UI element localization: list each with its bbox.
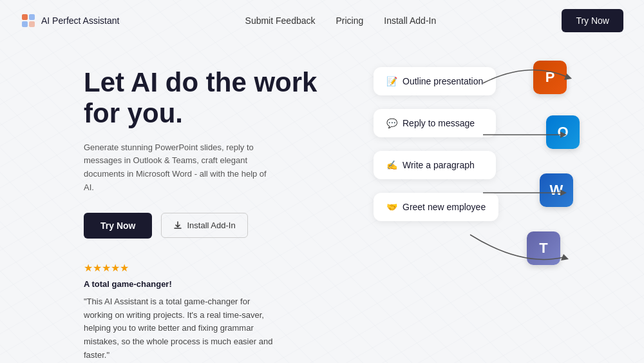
logo-icon <box>21 13 36 28</box>
svg-marker-6 <box>560 132 567 138</box>
svg-rect-2 <box>29 14 35 20</box>
review-stars: ★★★★★ <box>84 262 354 274</box>
main-content: Let AI do the work for you. Generate stu… <box>0 54 644 363</box>
nav-install-add-in[interactable]: Install Add-In <box>384 15 436 26</box>
greet-label: Greet new employee <box>402 202 486 212</box>
write-label: Write a paragraph <box>402 160 475 170</box>
outline-emoji: 📝 <box>386 76 397 86</box>
arrow-greet-to-teams <box>464 215 580 273</box>
svg-marker-5 <box>564 74 572 80</box>
install-button-label: Install Add-In <box>187 221 235 230</box>
review-text: "This AI Assistant is a total game-chang… <box>84 295 277 362</box>
nav-try-now-button[interactable]: Try Now <box>562 9 623 32</box>
svg-marker-7 <box>560 190 567 196</box>
nav-submit-feedback[interactable]: Submit Feedback <box>245 15 316 26</box>
greet-emoji: 🤝 <box>386 202 397 212</box>
hero-install-button[interactable]: Install Add-In <box>161 213 247 238</box>
review-title: A total game-changer! <box>84 279 354 289</box>
headline-line2: for you. <box>84 98 183 128</box>
svg-rect-4 <box>29 21 35 27</box>
logo-text: AI Perfect Assistant <box>41 15 119 26</box>
nav-links: Submit Feedback Pricing Install Add-In <box>245 15 437 26</box>
svg-rect-1 <box>22 14 28 20</box>
outline-label: Outline presentation <box>402 76 483 86</box>
headline-line1: Let AI do the work <box>84 67 317 97</box>
nav-pricing[interactable]: Pricing <box>336 15 364 26</box>
download-icon <box>173 221 182 230</box>
svg-rect-3 <box>22 21 28 27</box>
reply-emoji: 💬 <box>386 118 397 128</box>
arrow-write-to-word <box>477 173 576 212</box>
cta-button-group: Try Now Install Add-In <box>84 213 354 239</box>
logo[interactable]: AI Perfect Assistant <box>21 13 119 28</box>
reply-label: Reply to message <box>402 118 475 128</box>
hero-headline: Let AI do the work for you. <box>84 67 354 130</box>
hero-subtext: Generate stunning PowerPoint slides, rep… <box>84 141 270 195</box>
hero-try-now-button[interactable]: Try Now <box>84 213 152 239</box>
arrow-outline-to-ppt <box>477 54 580 106</box>
hero-left: Let AI do the work for you. Generate stu… <box>84 54 354 363</box>
navbar: AI Perfect Assistant Submit Feedback Pri… <box>0 0 644 41</box>
write-emoji: ✍️ <box>386 160 397 170</box>
arrow-reply-to-outlook <box>477 115 576 154</box>
hero-right: 📝 Outline presentation 💬 Reply to messag… <box>367 54 605 351</box>
